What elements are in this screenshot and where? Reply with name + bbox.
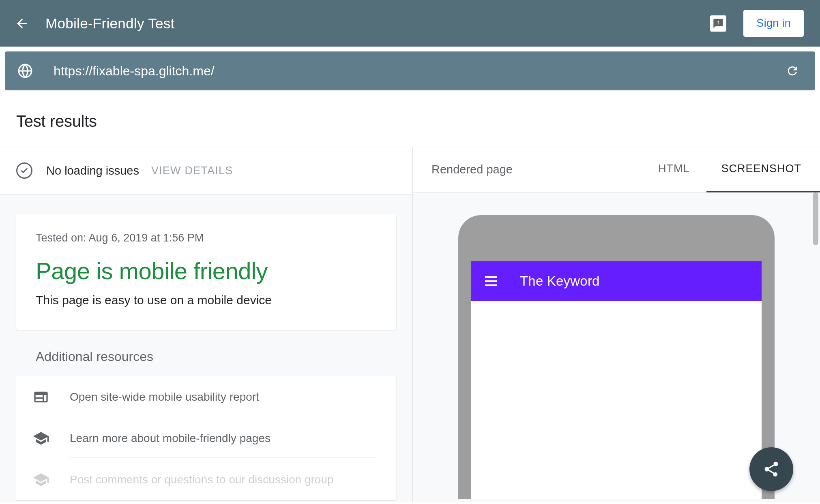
back-arrow-icon[interactable]	[15, 16, 29, 31]
left-panel: No loading issues VIEW DETAILS Tested on…	[0, 147, 413, 502]
url-bar: https://fixable-spa.glitch.me/	[5, 51, 815, 90]
resources-list: Open site-wide mobile usability report L…	[16, 376, 396, 500]
phone-frame: The Keyword	[458, 215, 775, 499]
resource-item[interactable]: Learn more about mobile-friendly pages	[16, 418, 396, 459]
tested-on-text: Tested on: Aug 6, 2019 at 1:56 PM	[36, 232, 377, 244]
view-details-link[interactable]: VIEW DETAILS	[151, 164, 233, 177]
school-icon	[32, 471, 49, 488]
preview-site-header: The Keyword	[471, 261, 762, 301]
reload-icon[interactable]	[785, 64, 800, 78]
app-header: Mobile-Friendly Test Sign in	[0, 0, 820, 47]
results-title: Test results	[16, 112, 804, 130]
result-card: Tested on: Aug 6, 2019 at 1:56 PM Page i…	[16, 214, 396, 330]
resources-title: Additional resources	[36, 349, 396, 364]
feedback-button[interactable]	[710, 15, 726, 32]
resource-label: Post comments or questions to our discus…	[70, 473, 377, 486]
content-area: No loading issues VIEW DETAILS Tested on…	[0, 147, 820, 502]
resource-item[interactable]: Post comments or questions to our discus…	[16, 459, 396, 500]
web-icon	[32, 389, 49, 406]
tab-html[interactable]: HTML	[658, 162, 690, 177]
loading-status-text: No loading issues	[46, 164, 139, 177]
app-title: Mobile-Friendly Test	[45, 15, 710, 32]
tab-screenshot[interactable]: SCREENSHOT	[721, 162, 801, 177]
rendered-title: Rendered page	[431, 163, 627, 176]
rendered-header: Rendered page HTML SCREENSHOT	[413, 147, 820, 192]
right-panel: Rendered page HTML SCREENSHOT The Keywor…	[413, 147, 820, 502]
signin-button[interactable]: Sign in	[743, 10, 804, 37]
globe-icon	[17, 63, 33, 79]
school-icon	[32, 430, 49, 447]
share-fab[interactable]	[749, 447, 793, 491]
resource-label: Open site-wide mobile usability report	[70, 391, 377, 404]
preview-scrollbar[interactable]	[813, 192, 818, 245]
results-header: Test results	[0, 95, 820, 147]
preview-site-title: The Keyword	[520, 273, 600, 289]
hamburger-icon	[485, 276, 497, 286]
result-heading: Page is mobile friendly	[36, 257, 377, 284]
url-input[interactable]: https://fixable-spa.glitch.me/	[54, 64, 785, 79]
loading-status-row: No loading issues VIEW DETAILS	[0, 147, 412, 194]
result-subtext: This page is easy to use on a mobile dev…	[36, 293, 377, 307]
phone-screen: The Keyword	[471, 261, 762, 499]
resource-item[interactable]: Open site-wide mobile usability report	[16, 376, 396, 418]
check-circle-icon	[16, 162, 32, 179]
resource-label: Learn more about mobile-friendly pages	[70, 432, 377, 445]
